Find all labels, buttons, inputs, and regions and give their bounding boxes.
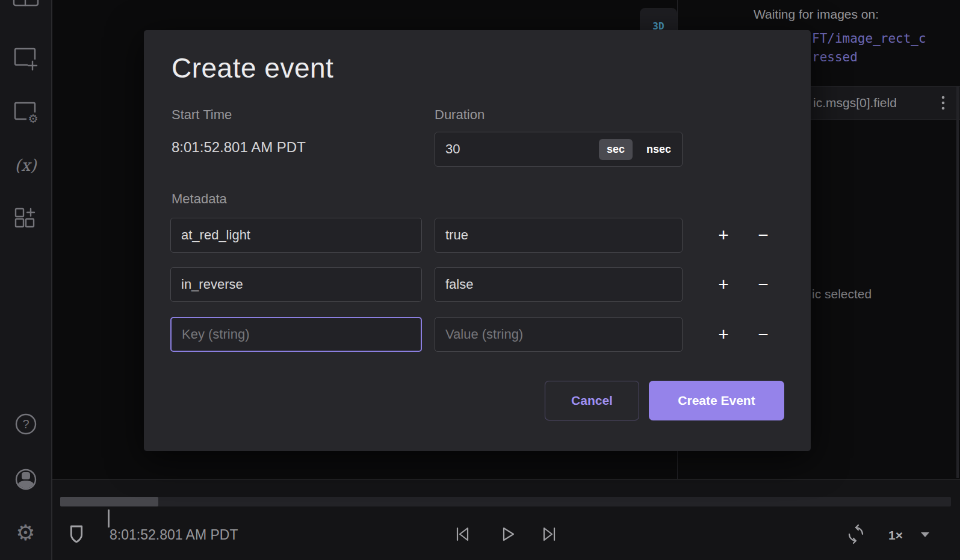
- add-row-button-1[interactable]: +: [710, 222, 737, 248]
- panel-settings-gear-glyph: ⚙: [27, 112, 39, 125]
- variables-icon[interactable]: (x): [11, 150, 40, 179]
- account-icon[interactable]: [11, 465, 40, 494]
- playback-speed[interactable]: 1×: [888, 528, 903, 543]
- left-sidebar: ⚙ (x) ?: [0, 0, 52, 560]
- duration-value: 30: [445, 141, 599, 157]
- loop-icon[interactable]: [844, 522, 868, 546]
- panel-scrollbar[interactable]: [956, 86, 959, 478]
- metadata-key-input-1[interactable]: [170, 218, 422, 253]
- timeline-playhead[interactable]: [108, 509, 110, 528]
- seek-backward-icon[interactable]: [450, 523, 474, 545]
- layouts-icon[interactable]: [11, 0, 40, 10]
- remove-row-button-3[interactable]: −: [750, 321, 776, 348]
- waiting-for-images-text: Waiting for images on:: [678, 7, 955, 22]
- settings-icon[interactable]: ⚙: [11, 518, 40, 547]
- speed-caret-icon[interactable]: [917, 527, 933, 543]
- metadata-key-input-2[interactable]: [170, 267, 422, 302]
- kebab-menu-icon[interactable]: [934, 94, 952, 112]
- cancel-button[interactable]: Cancel: [545, 381, 639, 420]
- create-event-modal: Create event Start Time Duration 8:01:52…: [144, 30, 811, 451]
- image-topic-line2: ressed: [812, 50, 858, 64]
- topic-selected-text: ic selected: [812, 287, 872, 301]
- add-row-button-3[interactable]: +: [710, 321, 737, 348]
- remove-row-button-1[interactable]: −: [750, 222, 776, 248]
- start-time-label: Start Time: [172, 107, 232, 123]
- app-root: ⚙ (x) ?: [0, 0, 960, 560]
- duration-input[interactable]: 30 sec nsec: [435, 132, 683, 167]
- modal-title: Create event: [172, 52, 333, 84]
- message-path-text: ic.msgs[0].field: [813, 96, 897, 110]
- play-icon[interactable]: [495, 523, 519, 545]
- help-icon[interactable]: ?: [11, 410, 40, 438]
- playback-bar: 8:01:52.801 AM PDT: [52, 479, 960, 560]
- unit-sec-button[interactable]: sec: [599, 139, 633, 160]
- duration-label: Duration: [435, 107, 485, 123]
- unit-nsec-button[interactable]: nsec: [643, 143, 675, 156]
- add-panel-icon[interactable]: [11, 43, 40, 72]
- add-row-button-2[interactable]: +: [710, 271, 737, 298]
- question-glyph: ?: [22, 417, 29, 431]
- timeline-scrubber[interactable]: [60, 497, 951, 506]
- seek-forward-icon[interactable]: [537, 523, 562, 545]
- image-topic-line1: FT/image_rect_c: [812, 31, 926, 46]
- settings-gear-glyph: ⚙: [16, 522, 35, 544]
- metadata-key-input-3[interactable]: [170, 317, 422, 352]
- metadata-value-input-1[interactable]: [435, 218, 683, 253]
- start-time-value: 8:01:52.801 AM PDT: [172, 139, 306, 156]
- events-shield-icon[interactable]: [64, 521, 89, 547]
- remove-row-button-2[interactable]: −: [750, 271, 776, 298]
- timeline-loaded-range: [60, 497, 158, 506]
- create-event-button[interactable]: Create Event: [649, 381, 784, 420]
- metadata-label: Metadata: [172, 191, 227, 207]
- metadata-value-input-2[interactable]: [435, 267, 683, 302]
- extensions-icon[interactable]: [11, 205, 40, 233]
- variables-glyph: (x): [14, 156, 36, 174]
- panel-settings-icon[interactable]: ⚙: [11, 97, 40, 126]
- current-timestamp: 8:01:52.801 AM PDT: [110, 527, 238, 543]
- metadata-value-input-3[interactable]: [435, 317, 683, 352]
